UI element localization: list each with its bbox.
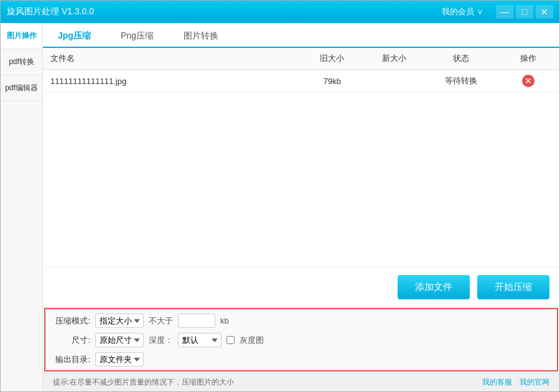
output-dir-label: 输出目录: [53, 354, 90, 365]
tab-png-compress[interactable]: Png压缩 [106, 26, 169, 48]
grayscale-checkbox[interactable] [226, 336, 235, 344]
sidebar: 图片操作 pdf转换 pdf编辑器 [1, 23, 43, 391]
col-header-new-size: 新大小 [363, 48, 426, 70]
grayscale-label[interactable]: 灰度图 [226, 335, 264, 346]
footer-tip: 提示:在尽量不减少图片质量的情况下，压缩图片的大小 [53, 377, 482, 388]
main-window: 旋风图片处理 V1.3.0.0 我的会员 ∨ — □ ✕ 图片操作 pdf转换 … [0, 0, 560, 392]
cell-filename: 11111111111111.jpg [43, 70, 301, 93]
size-value-input[interactable] [178, 314, 215, 328]
file-table-area: 文件名 旧大小 新大小 状态 操作 11111111111111.jpg79kb… [43, 48, 559, 267]
col-header-action: 操作 [497, 48, 559, 70]
maximize-button[interactable]: □ [516, 5, 533, 19]
footer-links: 我的客服 我的官网 [482, 377, 549, 388]
no-more-than-label: 不大于 [149, 315, 173, 327]
compress-mode-select[interactable]: 指定大小 指定质量 最优压缩 [95, 314, 144, 328]
titlebar-controls: 我的会员 ∨ — □ ✕ [442, 5, 553, 19]
tabbar: Jpg压缩 Png压缩 图片转换 [43, 23, 559, 48]
col-header-old-size: 旧大小 [301, 48, 363, 70]
tab-jpg-compress[interactable]: Jpg压缩 [43, 26, 106, 48]
output-dir-select[interactable]: 原文件夹 自定义 [95, 352, 144, 366]
dimension-row: 尺寸: 原始尺寸 自定义 深度： 默认 高 中 低 灰度图 [53, 333, 549, 347]
file-table: 文件名 旧大小 新大小 状态 操作 11111111111111.jpg79kb… [43, 48, 559, 93]
official-site-link[interactable]: 我的官网 [520, 377, 549, 388]
footer: 提示:在尽量不减少图片质量的情况下，压缩图片的大小 我的客服 我的官网 [43, 373, 559, 391]
add-file-button[interactable]: 添加文件 [398, 275, 470, 299]
action-bar: 添加文件 开始压缩 [43, 267, 559, 307]
output-dir-row: 输出目录: 原文件夹 自定义 [53, 352, 549, 366]
settings-panel: 压缩模式: 指定大小 指定质量 最优压缩 不大于 kb 尺寸: 原始尺寸 自定 [43, 307, 559, 373]
sidebar-item-pdf-convert[interactable]: pdf转换 [1, 49, 42, 75]
kb-unit-label: kb [220, 316, 229, 325]
size-select[interactable]: 原始尺寸 自定义 [95, 333, 144, 347]
table-row: 11111111111111.jpg79kb等待转换✕ [43, 70, 559, 93]
depth-select[interactable]: 默认 高 中 低 [178, 333, 222, 347]
sidebar-item-pdf-editor[interactable]: pdf编辑器 [1, 75, 42, 101]
cell-old-size: 79kb [301, 70, 363, 93]
titlebar: 旋风图片处理 V1.3.0.0 我的会员 ∨ — □ ✕ [1, 1, 559, 23]
cell-status: 等待转换 [425, 70, 497, 93]
customer-service-link[interactable]: 我的客服 [482, 377, 512, 388]
minimize-button[interactable]: — [496, 5, 513, 19]
member-link[interactable]: 我的会员 ∨ [442, 6, 483, 17]
app-title: 旋风图片处理 V1.3.0.0 [7, 6, 442, 17]
col-header-filename: 文件名 [43, 48, 301, 70]
delete-file-button[interactable]: ✕ [522, 75, 534, 87]
close-button[interactable]: ✕ [536, 5, 553, 19]
cell-new-size [363, 70, 426, 93]
compress-mode-label: 压缩模式: [53, 315, 90, 327]
content-area: Jpg压缩 Png压缩 图片转换 文件名 旧大小 新大小 [43, 23, 559, 391]
col-header-status: 状态 [425, 48, 497, 70]
sidebar-item-image-ops[interactable]: 图片操作 [1, 23, 42, 49]
compress-mode-row: 压缩模式: 指定大小 指定质量 最优压缩 不大于 kb [53, 314, 549, 328]
start-compress-button[interactable]: 开始压缩 [477, 275, 549, 299]
depth-label: 深度： [149, 335, 173, 346]
cell-action: ✕ [497, 70, 559, 93]
main-layout: 图片操作 pdf转换 pdf编辑器 Jpg压缩 Png压缩 图片转换 [1, 23, 559, 391]
size-label: 尺寸: [53, 335, 90, 346]
tab-image-convert[interactable]: 图片转换 [169, 26, 233, 48]
